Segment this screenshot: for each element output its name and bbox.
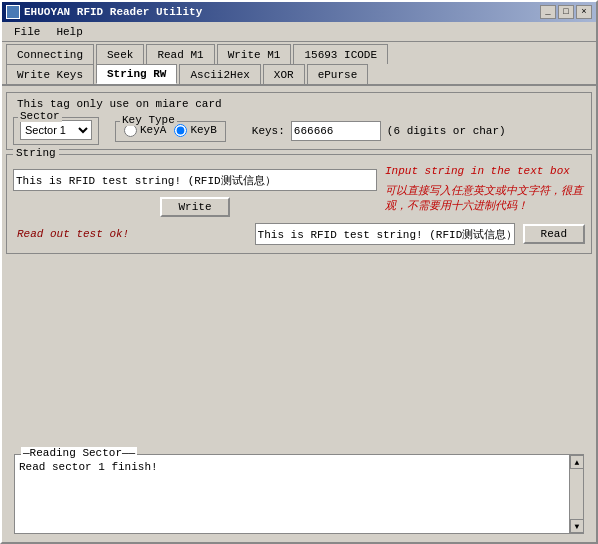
string-group: String Write Input string in the text bo… <box>6 154 592 254</box>
reading-title: —Reading Sector—— <box>21 447 137 459</box>
keytype-group: Key Type KeyA KeyB <box>115 121 226 142</box>
minimize-button[interactable]: _ <box>540 5 556 19</box>
menu-help[interactable]: Help <box>48 24 90 40</box>
sector-row: Sector Sector 1 Sector 2 Sector 3 Sector… <box>13 117 585 145</box>
keyb-radio-label[interactable]: KeyB <box>174 124 216 137</box>
write-btn-row: Write <box>13 197 377 217</box>
tab-connecting[interactable]: Connecting <box>6 44 94 64</box>
scroll-down-button[interactable]: ▼ <box>570 519 584 533</box>
title-bar: EHUOYAN RFID Reader Utility _ □ × <box>2 2 596 22</box>
read-input[interactable] <box>255 223 515 245</box>
keya-label: KeyA <box>140 124 166 136</box>
string-group-title: String <box>13 147 59 159</box>
keys-hint: (6 digits or char) <box>387 125 506 137</box>
title-controls: _ □ × <box>540 5 592 19</box>
read-row: Read out test ok! Read <box>13 223 585 245</box>
tab-epurse[interactable]: ePurse <box>307 64 369 84</box>
tab-write-keys[interactable]: Write Keys <box>6 64 94 84</box>
menu-file[interactable]: File <box>6 24 48 40</box>
sector-group: Sector Sector 1 Sector 2 Sector 3 Sector… <box>13 117 99 145</box>
write-button[interactable]: Write <box>160 197 229 217</box>
scroll-up-button[interactable]: ▲ <box>570 455 584 469</box>
content-area: This tag only use on miare card Sector S… <box>2 86 596 450</box>
write-input-area: Write <box>13 163 377 217</box>
keys-label: Keys: <box>252 125 285 137</box>
read-button[interactable]: Read <box>523 224 585 244</box>
tab-ascii2hex[interactable]: Ascii2Hex <box>179 64 260 84</box>
write-hint: Input string in the text box 可以直接写入任意英文或… <box>385 163 585 213</box>
maximize-button[interactable]: □ <box>558 5 574 19</box>
keyb-label: KeyB <box>190 124 216 136</box>
keys-area: Keys: (6 digits or char) <box>252 121 506 141</box>
tab-write-m1[interactable]: Write M1 <box>217 44 292 64</box>
reading-text: Read sector 1 finish! <box>19 461 579 473</box>
sector-group-title: Sector <box>18 110 62 122</box>
hint-line1: Input string in the text box <box>385 165 585 177</box>
write-input[interactable] <box>13 169 377 191</box>
menu-bar: File Help <box>2 22 596 42</box>
tab-read-m1[interactable]: Read M1 <box>146 44 214 64</box>
keys-input[interactable] <box>291 121 381 141</box>
window-title: EHUOYAN RFID Reader Utility <box>24 6 202 18</box>
write-row: Write Input string in the text box 可以直接写… <box>13 163 585 217</box>
tab-15693[interactable]: 15693 ICODE <box>293 44 388 64</box>
bottom-section: —Reading Sector—— Read sector 1 finish! … <box>8 450 590 538</box>
hint-line2: 可以直接写入任意英文或中文字符，很直观，不需要用十六进制代码！ <box>385 183 585 213</box>
card-group: This tag only use on miare card Sector S… <box>6 92 592 150</box>
tab-seek[interactable]: Seek <box>96 44 144 64</box>
main-window: EHUOYAN RFID Reader Utility _ □ × File H… <box>0 0 598 544</box>
tab-xor[interactable]: XOR <box>263 64 305 84</box>
scroll-bar-right: ▲ ▼ <box>569 455 583 533</box>
sector-select[interactable]: Sector 1 Sector 2 Sector 3 Sector 4 <box>20 120 92 140</box>
keytype-group-title: Key Type <box>120 114 177 126</box>
title-bar-left: EHUOYAN RFID Reader Utility <box>6 5 202 19</box>
tab-string-rw[interactable]: String RW <box>96 64 177 84</box>
close-button[interactable]: × <box>576 5 592 19</box>
read-result-text: Read out test ok! <box>13 228 247 240</box>
tab-row-1: Connecting Seek Read M1 Write M1 15693 I… <box>2 42 596 64</box>
tab-row-2: Write Keys String RW Ascii2Hex XOR ePurs… <box>2 64 596 86</box>
reading-area: —Reading Sector—— Read sector 1 finish! … <box>14 454 584 534</box>
app-icon <box>6 5 20 19</box>
